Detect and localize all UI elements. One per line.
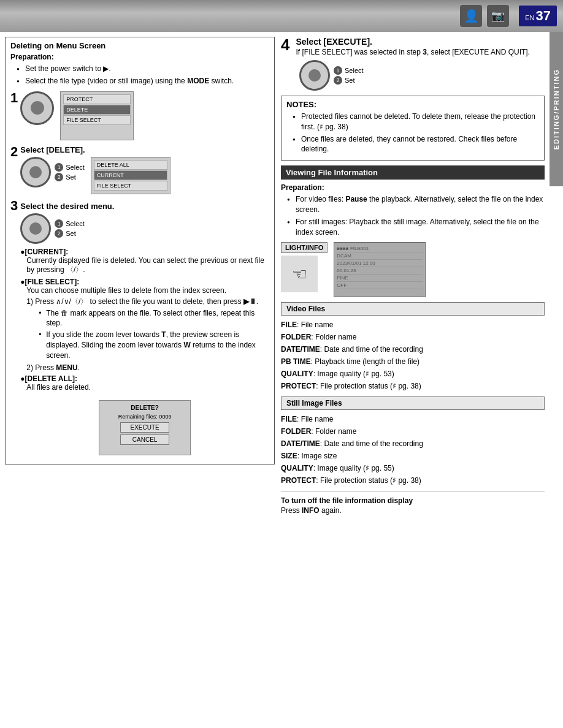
step3-label: Select the desired menu.: [20, 202, 114, 211]
menu-item-protect: PROTECT: [63, 94, 131, 104]
viewing-prep-bullets: For video files: Pause the playback. Alt…: [281, 194, 545, 237]
step4-section: 4 Select [EXECUTE]. If [FILE SELECT] was…: [281, 37, 545, 91]
preparation-bullets: Set the power switch to ▶. Select the fi…: [10, 64, 269, 86]
video-folder-item: FOLDER: Folder name: [281, 332, 545, 343]
menu-item-current: CURRENT: [94, 170, 167, 180]
page-header: 👤 📷 EN37: [0, 0, 563, 32]
dialog-line2: Remaining files: 0009: [103, 414, 186, 420]
step1-row: 1 PROTECT DELETE FILE SELECT: [10, 91, 269, 140]
deleting-section-title: Deleting on Menu Screen: [10, 41, 269, 50]
delete-dialog: DELETE? Remaining files: 0009 EXECUTE CA…: [99, 400, 191, 455]
header-icon-group: 👤 📷 EN37: [460, 5, 557, 27]
step4-circle1: 1 Select: [334, 66, 364, 75]
video-files-title: Video Files: [281, 302, 545, 316]
still-size-item: SIZE: Image size: [281, 450, 545, 461]
step2-row: 2 Select [DELETE]. 1: [10, 145, 269, 194]
step2-dial-labels: 1 Select 2 Set: [55, 163, 85, 181]
sub-bullet-2: If you slide the zoom lever towards T, t…: [39, 330, 269, 360]
sub1: 1) Press ∧/∨/〈/〉 to select the file you …: [20, 297, 269, 361]
page-number: EN37: [519, 6, 557, 26]
step4-description: If [FILE SELECT] was selected in step 3,…: [296, 48, 530, 56]
viewing-prep-label: Preparation:: [281, 183, 545, 192]
viewing-section: Viewing File Information Preparation: Fo…: [281, 165, 545, 515]
step2-number: 2: [10, 145, 18, 159]
right-column: 4 Select [EXECUTE]. If [FILE SELECT] was…: [281, 37, 545, 520]
divider: [281, 491, 545, 491]
step2-dial-container: 1 Select 2 Set: [20, 157, 85, 188]
person-icon: 👤: [460, 5, 482, 27]
video-quality-item: QUALITY: Image quality (♯ pg. 53): [281, 368, 545, 379]
sub-bullet-1: The 🗑 mark appears on the file. To selec…: [39, 308, 269, 329]
current-text: Currently displayed file is deleted. You…: [20, 256, 269, 275]
step3-number: 3: [10, 199, 18, 213]
still-protect-item: PROTECT: File protection status (♯ pg. 3…: [281, 475, 545, 486]
file-select-section: ●[FILE SELECT]: You can choose multiple …: [20, 278, 269, 372]
video-protect-item: PROTECT: File protection status (♯ pg. 3…: [281, 381, 545, 392]
step2-label: Select [DELETE].: [20, 145, 85, 154]
still-files-list: FILE: File name FOLDER: Folder name DATE…: [281, 414, 545, 486]
video-pbtime-item: PB TIME: Playback time (length of the fi…: [281, 356, 545, 367]
viewing-title-bar: Viewing File Information: [281, 165, 545, 180]
turn-off-label: To turn off the file information display: [281, 496, 545, 505]
notes-box: NOTES: Protected files cannot be deleted…: [281, 96, 545, 161]
notes-title: NOTES:: [286, 100, 539, 109]
notes-bullet-2: Once files are deleted, they cannot be r…: [293, 134, 539, 155]
light-info-row: LIGHT/INFO ☜ ■■■■ FILE001 DCAM 2023/01/0…: [281, 242, 545, 297]
still-image-files-title: Still Image Files: [281, 396, 545, 410]
step3-row: 3 Select the desired menu. 1 Select: [10, 199, 269, 455]
prep-bullet-1: Set the power switch to ▶.: [17, 64, 269, 74]
step4-dial: [299, 60, 330, 91]
delete-all-section: ●[DELETE ALL]: All files are deleted.: [20, 374, 269, 392]
step4-number: 4: [281, 37, 289, 53]
step1-menu: PROTECT DELETE FILE SELECT: [60, 91, 134, 140]
sub2: 2) Press MENU.: [20, 363, 269, 372]
camera-icon: 📷: [487, 5, 509, 27]
menu-item-delete: DELETE: [63, 105, 131, 115]
screen-mockup: ■■■■ FILE001 DCAM 2023/01/01 12:00 00:01…: [334, 242, 426, 297]
preparation-label: Preparation:: [10, 53, 269, 61]
step2-dial: [20, 157, 51, 188]
step1-content: PROTECT DELETE FILE SELECT: [20, 91, 269, 140]
notes-bullet-1: Protected files cannot be deleted. To de…: [293, 112, 539, 132]
still-datetime-item: DATE/TIME: Date and time of the recordin…: [281, 438, 545, 449]
left-column: Deleting on Menu Screen Preparation: Set…: [5, 37, 275, 520]
still-folder-item: FOLDER: Folder name: [281, 426, 545, 437]
menu-item-file-select2: FILE SELECT: [94, 181, 167, 191]
viewing-prep-bullet-1: For video files: Pause the playback. Alt…: [287, 194, 545, 215]
step2-menu: DELETE ALL CURRENT FILE SELECT: [91, 157, 170, 194]
menu-item-delete-all: DELETE ALL: [94, 160, 167, 170]
step2-circle1: 1 Select: [55, 163, 85, 172]
prep-bullet-2: Select the file type (video or still ima…: [17, 76, 269, 86]
dialog-cancel-btn: CANCEL: [120, 434, 169, 445]
step4-circle2: 2 Set: [334, 76, 364, 85]
dialog-line1: DELETE?: [103, 404, 186, 411]
menu-item-file-select: FILE SELECT: [63, 115, 131, 125]
delete-all-text: All files are deleted.: [20, 383, 269, 392]
step3-dial-labels: 1 Select 2 Set: [55, 219, 85, 238]
file-select-text: You can choose multiple files to delete …: [20, 286, 269, 295]
step3-dial: [20, 213, 51, 244]
step4-label: Select [EXECUTE].: [296, 37, 372, 47]
step3-circle1: 1 Select: [55, 219, 85, 228]
side-tab: EDITING/PRINTING: [550, 32, 563, 186]
step2-content: Select [DELETE]. 1 Select: [20, 145, 269, 194]
turn-off-section: To turn off the file information display…: [281, 496, 545, 515]
step2-circle2: 2 Set: [55, 173, 85, 181]
lightinfo-label: LIGHT/INFO: [281, 242, 327, 253]
step4-dial-labels: 1 Select 2 Set: [334, 66, 364, 85]
video-file-item: FILE: File name: [281, 319, 545, 330]
dialog-execute-btn: EXECUTE: [120, 422, 169, 433]
light-info-left: LIGHT/INFO ☜: [281, 242, 327, 292]
still-quality-item: QUALITY: Image quality (♯ pg. 55): [281, 463, 545, 474]
screen-lines: ■■■■ FILE001 DCAM 2023/01/01 12:00 00:01…: [334, 243, 425, 292]
step3-circle2: 2 Set: [55, 229, 85, 238]
step4-content: Select [EXECUTE]. If [FILE SELECT] was s…: [296, 37, 530, 56]
delete-all-label: ●[DELETE ALL]:: [20, 374, 269, 383]
deleting-section-box: Deleting on Menu Screen Preparation: Set…: [5, 37, 275, 464]
file-select-label: ●[FILE SELECT]:: [20, 278, 269, 286]
notes-bullets: Protected files cannot be deleted. To de…: [286, 112, 539, 154]
still-file-item: FILE: File name: [281, 414, 545, 425]
step3-content: Select the desired menu. 1 Select 2: [20, 202, 269, 455]
current-section: ●[CURRENT]: Currently displayed file is …: [20, 248, 269, 275]
step1-number: 1: [10, 91, 18, 105]
